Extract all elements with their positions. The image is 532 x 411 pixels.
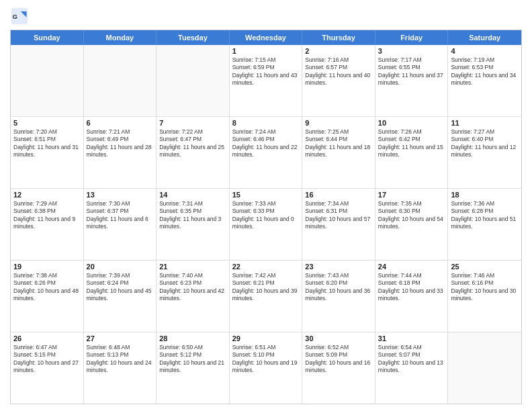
logo: G <box>10 7 32 26</box>
day-number: 28 <box>159 334 226 342</box>
header-day-friday: Friday <box>375 30 449 45</box>
day-cell-2: 2Sunrise: 7:16 AM Sunset: 6:57 PM Daylig… <box>302 45 375 116</box>
day-number: 21 <box>159 263 226 271</box>
day-info: Sunrise: 7:15 AM Sunset: 6:59 PM Dayligh… <box>232 56 300 87</box>
logo-icon: G <box>10 7 29 26</box>
day-number: 14 <box>159 191 226 199</box>
day-number: 27 <box>87 334 154 342</box>
day-info: Sunrise: 6:51 AM Sunset: 5:10 PM Dayligh… <box>232 344 300 375</box>
calendar-row-2: 12Sunrise: 7:29 AM Sunset: 6:38 PM Dayli… <box>11 189 521 261</box>
day-info: Sunrise: 6:48 AM Sunset: 5:13 PM Dayligh… <box>87 344 154 375</box>
day-cell-18: 18Sunrise: 7:36 AM Sunset: 6:28 PM Dayli… <box>448 189 521 260</box>
day-info: Sunrise: 7:46 AM Sunset: 6:16 PM Dayligh… <box>451 272 519 303</box>
day-cell-1: 1Sunrise: 7:15 AM Sunset: 6:59 PM Daylig… <box>230 45 303 116</box>
day-info: Sunrise: 7:25 AM Sunset: 6:44 PM Dayligh… <box>305 128 372 159</box>
day-number: 11 <box>451 119 519 127</box>
day-info: Sunrise: 7:16 AM Sunset: 6:57 PM Dayligh… <box>305 56 372 87</box>
day-number: 5 <box>13 119 81 127</box>
day-number: 25 <box>451 263 519 271</box>
header-day-tuesday: Tuesday <box>157 30 230 45</box>
day-info: Sunrise: 7:34 AM Sunset: 6:31 PM Dayligh… <box>305 200 372 231</box>
day-cell-30: 30Sunrise: 6:52 AM Sunset: 5:09 PM Dayli… <box>302 332 375 404</box>
day-info: Sunrise: 7:35 AM Sunset: 6:30 PM Dayligh… <box>378 200 445 231</box>
day-info: Sunrise: 7:42 AM Sunset: 6:21 PM Dayligh… <box>232 272 300 303</box>
day-cell-3: 3Sunrise: 7:17 AM Sunset: 6:55 PM Daylig… <box>375 45 449 116</box>
day-cell-31: 31Sunrise: 6:54 AM Sunset: 5:07 PM Dayli… <box>375 332 449 404</box>
day-info: Sunrise: 7:29 AM Sunset: 6:38 PM Dayligh… <box>13 200 81 231</box>
empty-cell-4-6 <box>448 332 521 404</box>
day-number: 24 <box>378 263 445 271</box>
day-info: Sunrise: 7:20 AM Sunset: 6:51 PM Dayligh… <box>13 128 81 159</box>
day-cell-10: 10Sunrise: 7:26 AM Sunset: 6:42 PM Dayli… <box>375 117 449 188</box>
day-cell-7: 7Sunrise: 7:22 AM Sunset: 6:47 PM Daylig… <box>157 117 230 188</box>
header: G <box>10 7 522 26</box>
day-info: Sunrise: 6:47 AM Sunset: 5:15 PM Dayligh… <box>13 344 81 375</box>
calendar-row-1: 5Sunrise: 7:20 AM Sunset: 6:51 PM Daylig… <box>11 117 521 189</box>
day-cell-27: 27Sunrise: 6:48 AM Sunset: 5:13 PM Dayli… <box>84 332 157 404</box>
day-number: 10 <box>378 119 445 127</box>
day-number: 30 <box>305 334 372 342</box>
header-day-saturday: Saturday <box>448 30 521 45</box>
day-cell-12: 12Sunrise: 7:29 AM Sunset: 6:38 PM Dayli… <box>11 189 84 260</box>
day-number: 3 <box>378 47 445 55</box>
day-cell-28: 28Sunrise: 6:50 AM Sunset: 5:12 PM Dayli… <box>157 332 230 404</box>
day-info: Sunrise: 6:52 AM Sunset: 5:09 PM Dayligh… <box>305 344 372 375</box>
day-number: 16 <box>305 191 372 199</box>
day-number: 23 <box>305 263 372 271</box>
day-number: 26 <box>13 334 81 342</box>
day-info: Sunrise: 7:40 AM Sunset: 6:23 PM Dayligh… <box>159 272 226 303</box>
day-number: 29 <box>232 334 300 342</box>
header-day-sunday: Sunday <box>11 30 84 45</box>
day-cell-16: 16Sunrise: 7:34 AM Sunset: 6:31 PM Dayli… <box>302 189 375 260</box>
calendar-row-3: 19Sunrise: 7:38 AM Sunset: 6:26 PM Dayli… <box>11 261 521 332</box>
day-info: Sunrise: 7:26 AM Sunset: 6:42 PM Dayligh… <box>378 128 445 159</box>
day-info: Sunrise: 6:50 AM Sunset: 5:12 PM Dayligh… <box>159 344 226 375</box>
day-cell-20: 20Sunrise: 7:39 AM Sunset: 6:24 PM Dayli… <box>84 261 157 332</box>
empty-cell-0-2 <box>157 45 230 116</box>
day-cell-17: 17Sunrise: 7:35 AM Sunset: 6:30 PM Dayli… <box>375 189 449 260</box>
day-info: Sunrise: 7:24 AM Sunset: 6:46 PM Dayligh… <box>232 128 300 159</box>
calendar: SundayMondayTuesdayWednesdayThursdayFrid… <box>10 30 522 404</box>
empty-cell-0-0 <box>11 45 84 116</box>
day-info: Sunrise: 6:54 AM Sunset: 5:07 PM Dayligh… <box>378 344 445 375</box>
day-cell-6: 6Sunrise: 7:21 AM Sunset: 6:49 PM Daylig… <box>84 117 157 188</box>
day-number: 9 <box>305 119 372 127</box>
day-number: 17 <box>378 191 445 199</box>
header-day-monday: Monday <box>84 30 157 45</box>
day-info: Sunrise: 7:39 AM Sunset: 6:24 PM Dayligh… <box>87 272 154 303</box>
day-info: Sunrise: 7:27 AM Sunset: 6:40 PM Dayligh… <box>451 128 519 159</box>
day-number: 1 <box>232 47 300 55</box>
day-number: 31 <box>378 334 445 342</box>
day-cell-9: 9Sunrise: 7:25 AM Sunset: 6:44 PM Daylig… <box>302 117 375 188</box>
day-info: Sunrise: 7:19 AM Sunset: 6:53 PM Dayligh… <box>451 56 519 87</box>
day-info: Sunrise: 7:30 AM Sunset: 6:37 PM Dayligh… <box>87 200 154 231</box>
day-number: 15 <box>232 191 300 199</box>
day-number: 2 <box>305 47 372 55</box>
day-info: Sunrise: 7:36 AM Sunset: 6:28 PM Dayligh… <box>451 200 519 231</box>
calendar-header: SundayMondayTuesdayWednesdayThursdayFrid… <box>11 30 521 45</box>
day-number: 12 <box>13 191 81 199</box>
day-cell-25: 25Sunrise: 7:46 AM Sunset: 6:16 PM Dayli… <box>448 261 521 332</box>
day-cell-11: 11Sunrise: 7:27 AM Sunset: 6:40 PM Dayli… <box>448 117 521 188</box>
day-cell-23: 23Sunrise: 7:43 AM Sunset: 6:20 PM Dayli… <box>302 261 375 332</box>
day-cell-5: 5Sunrise: 7:20 AM Sunset: 6:51 PM Daylig… <box>11 117 84 188</box>
day-cell-13: 13Sunrise: 7:30 AM Sunset: 6:37 PM Dayli… <box>84 189 157 260</box>
calendar-body: 1Sunrise: 7:15 AM Sunset: 6:59 PM Daylig… <box>11 45 521 404</box>
calendar-row-0: 1Sunrise: 7:15 AM Sunset: 6:59 PM Daylig… <box>11 45 521 117</box>
page: G SundayMondayTuesdayWednesdayThursdayFr… <box>0 0 532 411</box>
day-number: 4 <box>451 47 519 55</box>
day-cell-26: 26Sunrise: 6:47 AM Sunset: 5:15 PM Dayli… <box>11 332 84 404</box>
day-cell-19: 19Sunrise: 7:38 AM Sunset: 6:26 PM Dayli… <box>11 261 84 332</box>
day-number: 13 <box>87 191 154 199</box>
day-info: Sunrise: 7:31 AM Sunset: 6:35 PM Dayligh… <box>159 200 226 231</box>
day-info: Sunrise: 7:38 AM Sunset: 6:26 PM Dayligh… <box>13 272 81 303</box>
day-cell-24: 24Sunrise: 7:44 AM Sunset: 6:18 PM Dayli… <box>375 261 449 332</box>
day-info: Sunrise: 7:33 AM Sunset: 6:33 PM Dayligh… <box>232 200 300 231</box>
day-number: 8 <box>232 119 300 127</box>
empty-cell-0-1 <box>84 45 157 116</box>
day-cell-4: 4Sunrise: 7:19 AM Sunset: 6:53 PM Daylig… <box>448 45 521 116</box>
day-number: 22 <box>232 263 300 271</box>
day-cell-14: 14Sunrise: 7:31 AM Sunset: 6:35 PM Dayli… <box>157 189 230 260</box>
header-day-wednesday: Wednesday <box>230 30 303 45</box>
svg-text:G: G <box>13 13 17 20</box>
